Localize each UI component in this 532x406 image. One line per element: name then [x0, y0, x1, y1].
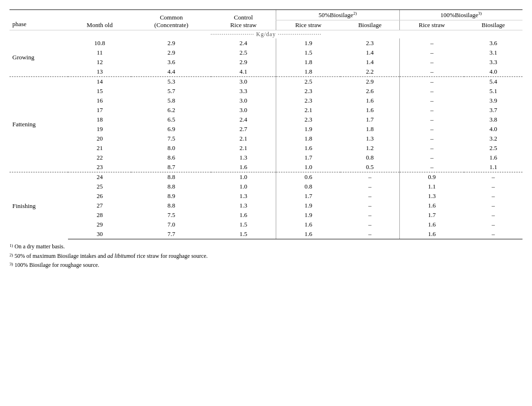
data-cell: 1.8	[340, 124, 399, 134]
table-row: 297.01.51.6–1.6–	[10, 220, 522, 229]
data-cell: 1.1	[399, 182, 464, 191]
footnote-3-text: 100% Biosilage for roughage source.	[15, 261, 99, 270]
data-cell: 12	[68, 57, 132, 67]
data-cell: –	[399, 77, 464, 87]
data-cell: 30	[68, 229, 132, 239]
data-cell: –	[399, 67, 464, 77]
data-cell: 21	[68, 143, 132, 153]
data-cell: 2.9	[131, 38, 211, 48]
data-cell: –	[399, 115, 464, 124]
data-cell: 8.8	[131, 182, 211, 191]
col-header-month: Month old	[68, 10, 132, 30]
data-cell: 1.6	[276, 143, 340, 153]
data-cell: 1.6	[399, 201, 464, 210]
table-row: 123.62.91.81.4–3.3	[10, 57, 522, 67]
data-cell: 1.0	[211, 182, 276, 191]
table-row: Fattening145.33.02.52.9–5.4	[10, 77, 522, 87]
data-cell: 1.6	[399, 229, 464, 239]
table-row: 165.83.02.31.6–3.9	[10, 96, 522, 105]
data-cell: 2.3	[276, 115, 340, 124]
data-cell: 0.8	[276, 182, 340, 191]
data-cell: 24	[68, 172, 132, 182]
data-cell: –	[340, 201, 399, 210]
data-cell: 3.0	[211, 77, 276, 87]
unit-label: ······················· Kg/day ·········…	[10, 30, 522, 39]
table-row: 258.81.00.8–1.1–	[10, 182, 522, 191]
col-header-phase: phase	[10, 10, 68, 30]
data-cell: 17	[68, 105, 132, 115]
data-cell: 0.8	[340, 153, 399, 162]
data-cell: 7.5	[131, 134, 211, 143]
col-header-100pct: 100%Biosilage3)	[399, 10, 522, 20]
data-cell: –	[340, 220, 399, 229]
data-cell: 1.5	[211, 229, 276, 239]
data-cell: 8.0	[131, 143, 211, 153]
data-cell: 1.4	[340, 57, 399, 67]
data-cell: 2.2	[340, 67, 399, 77]
data-cell: –	[399, 57, 464, 67]
data-cell: 1.7	[399, 210, 464, 220]
data-cell: 2.4	[211, 38, 276, 48]
table-container: phase Month old Common(Concentrate) Cont…	[10, 9, 522, 270]
data-cell: –	[464, 210, 522, 220]
data-cell: 6.9	[131, 124, 211, 134]
data-cell: –	[399, 105, 464, 115]
data-cell: 5.3	[131, 77, 211, 87]
footnote-2: 2) 50% of maximum Biosilage intakes and …	[10, 252, 522, 261]
data-cell: 15	[68, 86, 132, 96]
data-cell: 8.9	[131, 191, 211, 201]
table-row: 218.02.11.61.2–2.5	[10, 143, 522, 153]
col-header-100-rice: Rice straw	[399, 20, 464, 30]
table-row: 155.73.32.32.6–5.1	[10, 86, 522, 96]
data-cell: 2.1	[211, 134, 276, 143]
data-cell: 1.5	[276, 48, 340, 57]
data-cell: 1.3	[211, 201, 276, 210]
data-cell: 4.0	[464, 124, 522, 134]
data-cell: 7.0	[131, 220, 211, 229]
data-cell: 5.4	[464, 77, 522, 87]
data-cell: 1.3	[340, 134, 399, 143]
data-cell: –	[399, 124, 464, 134]
data-cell: 14	[68, 77, 132, 87]
phase-cell: Growing	[10, 38, 68, 77]
data-cell: 1.8	[276, 134, 340, 143]
data-cell: –	[399, 134, 464, 143]
data-cell: 1.6	[276, 229, 340, 239]
data-cell: 4.4	[131, 67, 211, 77]
col-header-50-rice: Rice straw	[276, 20, 340, 30]
data-cell: 1.6	[276, 220, 340, 229]
data-cell: 18	[68, 115, 132, 124]
data-cell: 2.9	[211, 57, 276, 67]
footnotes: 1) On a dry matter basis. 2) 50% of maxi…	[10, 242, 522, 270]
data-cell: 1.7	[276, 191, 340, 201]
data-cell: 1.9	[276, 124, 340, 134]
table-row: 307.71.51.6–1.6–	[10, 229, 522, 239]
data-cell: 6.2	[131, 105, 211, 115]
data-cell: 1.9	[276, 201, 340, 210]
data-cell: –	[464, 201, 522, 210]
table-row: 287.51.61.9–1.7–	[10, 210, 522, 220]
data-cell: 8.7	[131, 162, 211, 172]
data-cell: –	[464, 182, 522, 191]
data-cell: 2.6	[340, 86, 399, 96]
phase-cell: Finishing	[10, 172, 68, 239]
phase-cell: Fattening	[10, 77, 68, 172]
data-cell: 3.0	[211, 96, 276, 105]
data-cell: 13	[68, 67, 132, 77]
data-cell: 0.5	[340, 162, 399, 172]
data-cell: 5.1	[464, 86, 522, 96]
data-cell: 2.3	[276, 86, 340, 96]
data-cell: 8.8	[131, 172, 211, 182]
data-cell: –	[340, 182, 399, 191]
footnote-2-text: 50% of maximum Biosilage intakes and ad …	[15, 252, 208, 261]
data-cell: –	[399, 96, 464, 105]
data-cell: 2.1	[276, 105, 340, 115]
data-cell: 1.0	[276, 162, 340, 172]
col-header-50-bio: Biosilage	[340, 20, 399, 30]
table-row: 112.92.51.51.4–3.1	[10, 48, 522, 57]
data-cell: 1.8	[276, 57, 340, 67]
data-cell: 2.1	[211, 143, 276, 153]
data-cell: 3.0	[211, 105, 276, 115]
table-row: Finishing248.81.00.6–0.9–	[10, 172, 522, 182]
footnote-1: 1) On a dry matter basis.	[10, 242, 522, 251]
